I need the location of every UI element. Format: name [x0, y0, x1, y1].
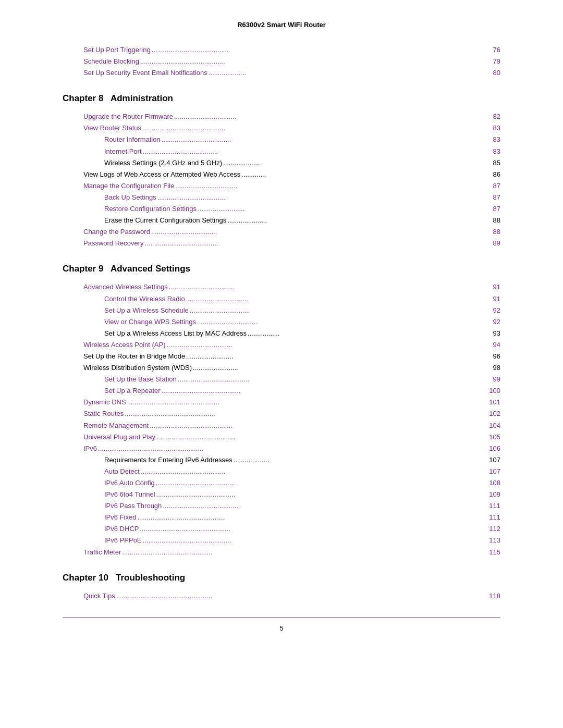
page-num: 99 [493, 374, 500, 385]
entry-title[interactable]: Set Up a Wireless Schedule [104, 305, 189, 316]
entry-title[interactable]: Static Routes [83, 408, 124, 419]
list-item[interactable]: View Router Status .....................… [63, 122, 500, 134]
entry-title[interactable]: Universal Plug and Play [83, 431, 155, 443]
list-item[interactable]: Control the Wireless Radio .............… [63, 293, 500, 305]
entry-title[interactable]: Auto Detect [104, 466, 140, 477]
dots: ........................................… [142, 122, 492, 134]
entry-title[interactable]: Back Up Settings [104, 192, 156, 203]
dots: ........................................… [163, 500, 488, 512]
entry-title[interactable]: Set Up a Repeater [104, 385, 161, 397]
entry-title[interactable]: Dynamic DNS [83, 397, 126, 408]
list-item[interactable]: Set Up a Wireless Schedule .............… [63, 305, 500, 316]
list-item[interactable]: Set Up the Base Station ................… [63, 374, 500, 385]
dots: ........................................… [152, 44, 492, 56]
dots: ........................................… [162, 385, 488, 397]
list-item[interactable]: Traffic Meter ..........................… [63, 547, 500, 558]
entry-title[interactable]: IPv6 Auto Config [104, 477, 155, 489]
list-item[interactable]: Manage the Configuration File ..........… [63, 180, 500, 192]
page-num: 106 [489, 443, 500, 454]
entry-title[interactable]: Change the Password [83, 226, 150, 238]
entry-title[interactable]: Traffic Meter [83, 547, 121, 558]
entry-title[interactable]: Set Up Security Event Email Notification… [83, 67, 207, 79]
dots: ................................... [151, 226, 492, 238]
list-item[interactable]: Restore Configuration Settings .........… [63, 203, 500, 215]
entry-title[interactable]: View or Change WPS Settings [104, 316, 196, 328]
list-item[interactable]: IPv6 Fixed .............................… [63, 512, 500, 523]
entry-title[interactable]: Password Recovery [83, 238, 144, 249]
entry-title[interactable]: IPv6 Pass Through [104, 500, 162, 512]
entry-title[interactable]: IPv6 PPPoE [104, 535, 142, 546]
entry-title[interactable]: IPv6 DHCP [104, 523, 139, 535]
entry-title[interactable]: View Router Status [83, 122, 141, 134]
list-item: Wireless Settings (2.4 GHz and 5 GHz) ..… [63, 157, 500, 169]
list-item[interactable]: Advanced Wireless Settings .............… [63, 281, 500, 293]
dots: ........................................… [156, 489, 488, 500]
dots: ................................ [190, 305, 492, 316]
list-item[interactable]: Auto Detect ............................… [63, 466, 500, 477]
list-item[interactable]: IPv6 PPPoE .............................… [63, 535, 500, 546]
entry-title[interactable]: Set Up the Base Station [104, 374, 177, 385]
list-item[interactable]: Schedule Blocking ......................… [63, 56, 500, 67]
list-item[interactable]: Password Recovery ......................… [63, 238, 500, 249]
entry-title[interactable]: Set Up Port Triggering [83, 44, 151, 56]
entry-title[interactable]: Wireless Access Point (AP) [83, 339, 166, 351]
list-item[interactable]: Set Up Security Event Email Notification… [63, 67, 500, 79]
page-num: 102 [489, 408, 500, 419]
entry-title[interactable]: IPv6 Fixed [104, 512, 136, 523]
list-item[interactable]: Upgrade the Router Firmware ............… [63, 111, 500, 122]
entry-title[interactable]: Router Information [104, 134, 161, 145]
page-num: 93 [493, 328, 500, 339]
list-item[interactable]: Wireless Access Point (AP) .............… [63, 339, 500, 351]
entry-title: Set Up a Wireless Access List by MAC Add… [104, 328, 247, 339]
dots: .................... [223, 157, 492, 169]
list-item[interactable]: Internet Port ..........................… [63, 146, 500, 157]
dots: ........................................… [141, 466, 488, 477]
list-item[interactable]: Set Up a Repeater ......................… [63, 385, 500, 397]
entry-title: Erase the Current Configuration Settings [104, 215, 226, 226]
list-item[interactable]: Dynamic DNS ............................… [63, 397, 500, 408]
list-item[interactable]: Set Up Port Triggering .................… [63, 44, 500, 56]
list-item: View Logs of Web Access or Attempted Web… [63, 169, 500, 180]
list-item[interactable]: IPv6 6to4 Tunnel .......................… [63, 489, 500, 500]
entry-title[interactable]: Advanced Wireless Settings [83, 281, 168, 293]
list-item[interactable]: Quick Tips .............................… [63, 590, 500, 602]
list-item[interactable]: IPv6 ...................................… [63, 443, 500, 454]
page-num: 109 [489, 489, 500, 500]
entry-title[interactable]: Upgrade the Router Firmware [83, 111, 173, 122]
list-item[interactable]: Remote Management ......................… [63, 420, 500, 431]
list-item[interactable]: IPv6 DHCP ..............................… [63, 523, 500, 535]
entry-title[interactable]: Schedule Blocking [83, 56, 139, 67]
entry-title[interactable]: Quick Tips [83, 590, 115, 602]
entry-title[interactable]: IPv6 6to4 Tunnel [104, 489, 155, 500]
list-item[interactable]: Change the Password ....................… [63, 226, 500, 238]
dots: ........................ [193, 362, 492, 374]
entry-title[interactable]: Control the Wireless Radio [104, 293, 185, 305]
dots: ........................................… [127, 397, 488, 408]
page-num: 100 [489, 385, 500, 397]
dots: ........................................… [156, 477, 488, 489]
page-header: R6300v2 Smart WiFi Router [63, 21, 500, 29]
list-item[interactable]: Static Routes ..........................… [63, 408, 500, 419]
bottom-divider [63, 618, 500, 618]
list-item[interactable]: Universal Plug and Play ................… [63, 431, 500, 443]
list-item[interactable]: Back Up Settings .......................… [63, 192, 500, 203]
list-item[interactable]: View or Change WPS Settings ............… [63, 316, 500, 328]
list-item[interactable]: IPv6 Auto Config .......................… [63, 477, 500, 489]
dots: ................................. [174, 111, 492, 122]
entry-title[interactable]: Manage the Configuration File [83, 180, 174, 192]
entry-title[interactable]: Internet Port [104, 146, 142, 157]
chapter-10-heading: Chapter 10 Troubleshooting [63, 573, 500, 583]
dots: ........................................… [140, 56, 492, 67]
list-item[interactable]: IPv6 Pass Through ......................… [63, 500, 500, 512]
chapter-8-heading: Chapter 8 Administration [63, 93, 500, 104]
page-num: 88 [493, 215, 500, 226]
page-num: 83 [493, 122, 500, 134]
entry-title[interactable]: IPv6 [83, 443, 97, 454]
list-item[interactable]: Router Information .....................… [63, 134, 500, 145]
entry-title[interactable]: Remote Management [83, 420, 149, 431]
page-num: 92 [493, 305, 500, 316]
dots: ....................................... [145, 238, 492, 249]
page-num: 101 [489, 397, 500, 408]
dots: ......................... [186, 351, 492, 362]
entry-title[interactable]: Restore Configuration Settings [104, 203, 197, 215]
